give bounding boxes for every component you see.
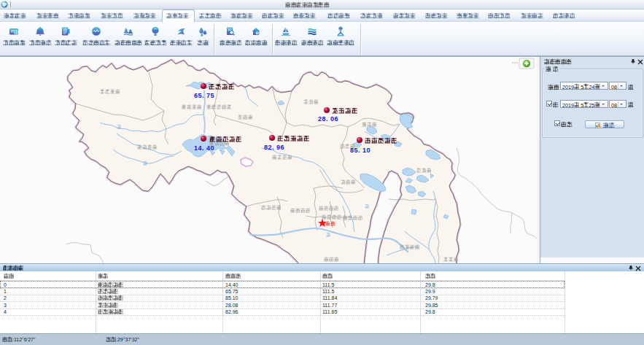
svg-text:28. 06: 28. 06 [318,115,338,123]
svg-text:65. 75: 65. 75 [194,92,214,99]
svg-text:82. 96: 82. 96 [264,144,284,151]
svg-text:14. 40: 14. 40 [194,144,214,152]
svg-text:85. 10: 85. 10 [350,147,371,154]
